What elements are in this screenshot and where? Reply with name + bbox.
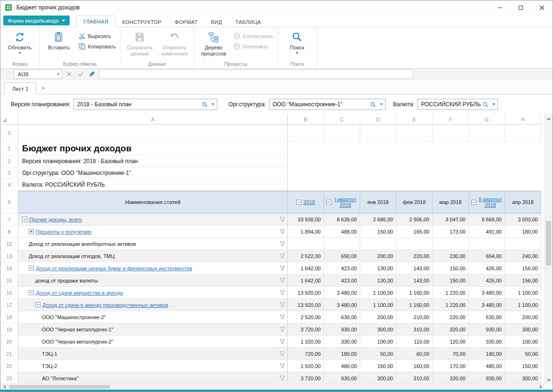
value-cell[interactable]: 110,00 bbox=[396, 336, 433, 348]
value-cell[interactable]: 1 100,00 bbox=[360, 299, 396, 311]
item-name-cell[interactable]: −Доход от сдачи в аренду производственны… bbox=[18, 299, 288, 311]
item-name-cell[interactable]: Доход от реализации отходов, ТМЦ bbox=[18, 250, 288, 262]
value-cell[interactable]: 50,00 bbox=[505, 348, 541, 360]
value-cell[interactable]: 330,00 bbox=[324, 336, 360, 348]
cell[interactable] bbox=[288, 179, 324, 191]
value-cell[interactable]: 165,00 bbox=[396, 226, 433, 238]
select-all-corner[interactable] bbox=[0, 114, 18, 125]
filter-funnel-icon[interactable] bbox=[280, 229, 285, 234]
item-name[interactable]: Доход от сдачи в аренду производственных… bbox=[42, 302, 168, 308]
value-cell[interactable]: 1 320,00 bbox=[288, 336, 324, 348]
cell[interactable] bbox=[396, 167, 433, 179]
item-name-cell[interactable]: ООО "Черная металлургия-2" bbox=[18, 336, 288, 348]
collapse-toggle-icon[interactable]: − bbox=[326, 200, 332, 205]
row-number[interactable]: 0 bbox=[0, 125, 18, 141]
value-cell[interactable]: 70,00 bbox=[433, 348, 469, 360]
undo-changes-button[interactable]: Отменить изменения bbox=[158, 28, 191, 57]
row-number[interactable]: 14 bbox=[0, 262, 18, 274]
value-cell[interactable]: 180,00 bbox=[505, 226, 541, 238]
form-io-menu-button[interactable]: Форма ввода/вывода bbox=[3, 16, 70, 25]
header-period-label[interactable]: 2018 bbox=[303, 199, 315, 205]
value-cell[interactable]: 200,00 bbox=[360, 311, 396, 323]
header-names-cell[interactable]: Наименования статей bbox=[18, 191, 288, 213]
value-cell[interactable]: 180,00 bbox=[324, 348, 360, 360]
scroll-right-button[interactable] bbox=[537, 384, 545, 390]
item-name[interactable]: Доход от реализации ценных бумаг и финан… bbox=[36, 266, 192, 271]
cell[interactable] bbox=[324, 156, 360, 167]
value-cell[interactable]: 3 003,00 bbox=[505, 213, 541, 226]
value-cell[interactable]: 2 520,00 bbox=[288, 311, 324, 323]
cell[interactable] bbox=[433, 179, 469, 191]
filter-funnel-icon[interactable] bbox=[280, 253, 285, 259]
vertical-scrollbar[interactable] bbox=[545, 114, 553, 384]
process-tree-button[interactable]: Дерево процессов bbox=[197, 28, 230, 57]
cell[interactable] bbox=[324, 141, 360, 156]
header-period-cell[interactable]: фев 2018 bbox=[396, 191, 433, 213]
copy-button[interactable]: Копировать bbox=[77, 42, 118, 50]
cell[interactable] bbox=[288, 125, 324, 141]
value-cell[interactable]: 200,00 bbox=[360, 250, 396, 262]
cell[interactable] bbox=[324, 167, 360, 179]
value-cell[interactable]: 120,00 bbox=[433, 336, 469, 348]
horizontal-scroll-track[interactable] bbox=[8, 384, 537, 390]
value-cell[interactable]: 150,00 bbox=[360, 226, 396, 238]
item-name-cell[interactable]: ООО "Черная металлургия-1" bbox=[18, 323, 288, 336]
row-number[interactable]: 22 bbox=[0, 360, 18, 372]
collapse-toggle-icon[interactable]: − bbox=[29, 290, 34, 295]
row-number[interactable]: 15 bbox=[0, 274, 18, 287]
value-cell[interactable]: 3 720,00 bbox=[288, 323, 324, 336]
value-cell[interactable]: 320,00 bbox=[433, 323, 469, 336]
chevron-down-icon[interactable] bbox=[378, 99, 385, 110]
header-period-cell[interactable]: −II квартал 2018 bbox=[469, 191, 505, 213]
value-cell[interactable]: 180,00 bbox=[469, 348, 505, 360]
value-cell[interactable]: 8 669,00 bbox=[469, 213, 505, 226]
filter-funnel-icon[interactable] bbox=[280, 376, 285, 381]
value-cell[interactable]: 320,00 bbox=[433, 372, 469, 384]
value-cell[interactable]: 630,00 bbox=[324, 311, 360, 323]
item-name-cell[interactable]: ООО "Машиностроение-2" bbox=[18, 311, 288, 323]
value-cell[interactable]: 650,00 bbox=[324, 250, 360, 262]
chevron-down-icon[interactable] bbox=[209, 99, 217, 110]
header-period-cell[interactable]: −I квартал 2018 bbox=[324, 191, 360, 213]
value-cell[interactable]: 300,00 bbox=[360, 372, 396, 384]
value-cell[interactable]: 423,00 bbox=[324, 274, 360, 287]
cell[interactable] bbox=[505, 167, 541, 179]
tab-format[interactable]: ФОРМАТ bbox=[168, 16, 205, 27]
value-cell[interactable]: 200,00 bbox=[505, 311, 541, 323]
collapse-toggle-icon[interactable]: − bbox=[471, 200, 476, 205]
value-cell[interactable]: 230,00 bbox=[433, 250, 469, 262]
value-cell[interactable] bbox=[469, 238, 505, 250]
value-cell[interactable]: 3 480,00 bbox=[469, 287, 505, 299]
value-cell[interactable]: 930,00 bbox=[469, 372, 505, 384]
vertical-scroll-track[interactable] bbox=[545, 122, 552, 376]
value-cell[interactable] bbox=[505, 238, 541, 250]
cell[interactable] bbox=[324, 125, 360, 141]
header-period-cell[interactable]: −2018 bbox=[288, 191, 324, 213]
value-cell[interactable]: 1 100,00 bbox=[360, 287, 396, 299]
column-letter[interactable]: D bbox=[360, 114, 396, 125]
value-cell[interactable]: 426,00 bbox=[469, 262, 505, 274]
item-name-cell[interactable]: доход от продажи валюты bbox=[18, 274, 288, 287]
value-cell[interactable]: 156,00 bbox=[505, 274, 541, 287]
value-cell[interactable]: 310,00 bbox=[396, 372, 433, 384]
row-number[interactable]: 21 bbox=[0, 348, 18, 360]
item-name-cell[interactable]: АО "Логистика" bbox=[18, 372, 288, 384]
value-cell[interactable]: 654,00 bbox=[469, 250, 505, 262]
value-cell[interactable]: 210,00 bbox=[396, 311, 433, 323]
horizontal-scroll-thumb[interactable] bbox=[9, 385, 110, 389]
item-name-cell[interactable]: +Проценты к получению bbox=[18, 226, 288, 238]
value-cell[interactable]: 2 686,00 bbox=[360, 213, 396, 226]
column-letter[interactable]: A bbox=[18, 114, 288, 125]
filter-funnel-icon[interactable] bbox=[280, 339, 285, 344]
cell[interactable] bbox=[433, 141, 469, 156]
value-cell[interactable]: 220,00 bbox=[396, 250, 433, 262]
edit-formula-button[interactable] bbox=[87, 70, 96, 79]
value-cell[interactable]: 720,00 bbox=[288, 348, 324, 360]
tab-vid[interactable]: ВИД bbox=[205, 16, 229, 27]
cell[interactable] bbox=[324, 179, 360, 191]
org-structure-combo[interactable]: ООО "Машиностроение-1" bbox=[269, 99, 386, 110]
filter-funnel-icon[interactable] bbox=[280, 266, 285, 271]
column-letter[interactable]: H bbox=[505, 114, 541, 125]
item-name[interactable]: Прочие доходы, всего bbox=[29, 217, 82, 222]
cell[interactable] bbox=[396, 179, 433, 191]
